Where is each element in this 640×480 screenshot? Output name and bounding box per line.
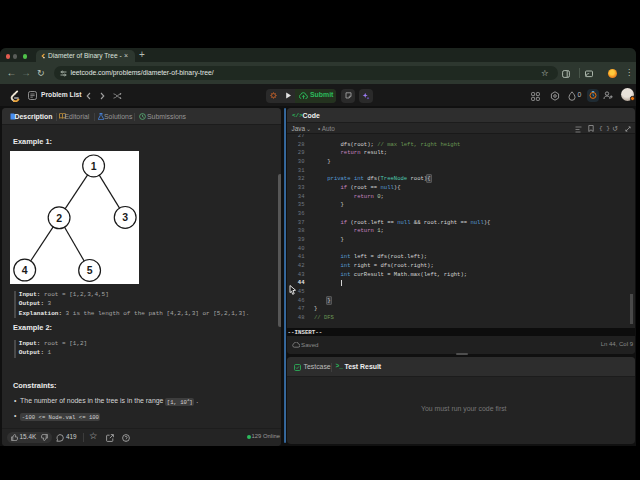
svg-text:2: 2 bbox=[56, 212, 62, 224]
svg-text:5: 5 bbox=[87, 264, 93, 276]
svg-text:1: 1 bbox=[91, 160, 97, 172]
svg-text:4: 4 bbox=[22, 264, 28, 276]
svg-text:3: 3 bbox=[122, 211, 128, 223]
